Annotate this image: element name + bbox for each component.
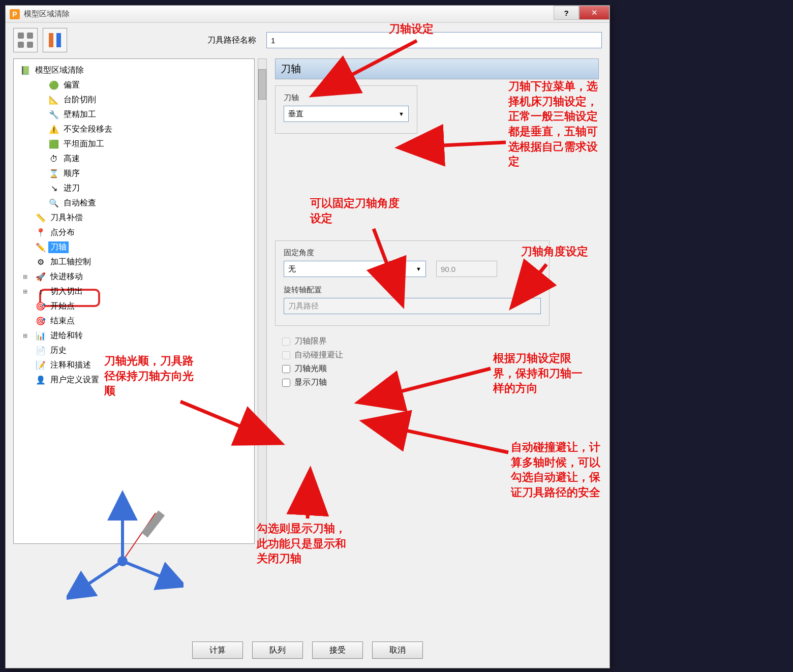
tree-item-label: 进刀: [62, 182, 82, 194]
tree-item[interactable]: 🚀快进移动: [33, 269, 252, 284]
help-button[interactable]: ?: [554, 6, 579, 20]
tree-item-label: 刀具补偿: [48, 212, 85, 224]
tree-item-label: 偏置: [62, 79, 82, 91]
tree-item[interactable]: ⚠️不安全段移去: [33, 122, 252, 137]
tree-item-icon: 📄: [35, 346, 46, 355]
rot-config-select: 刀具路径: [284, 298, 541, 314]
tree-item-icon: ✏️: [35, 242, 46, 252]
tree-item[interactable]: 🟩平坦面加工: [33, 137, 252, 151]
tree-item[interactable]: 📏刀具补偿: [33, 210, 252, 225]
tree-item-icon: 📝: [35, 360, 46, 370]
chk-collision-box: [282, 351, 290, 359]
svg-rect-10: [141, 510, 165, 537]
window-title: 模型区域清除: [24, 9, 70, 19]
tree-item-icon: 📊: [35, 331, 46, 341]
angle-value-input: [436, 261, 497, 277]
cancel-button[interactable]: 取消: [372, 642, 423, 659]
toolpath-name-input[interactable]: [266, 32, 602, 48]
chk-smooth-box[interactable]: [282, 365, 290, 373]
tree-scrollbar[interactable]: [258, 58, 267, 544]
tree-item-icon: 📐: [48, 95, 59, 105]
svg-point-11: [117, 556, 128, 566]
chk-show-axis-label: 显示刀轴: [294, 377, 327, 388]
rot-config-value: 刀具路径: [288, 301, 319, 311]
tree-item[interactable]: ⌛顺序: [33, 166, 252, 181]
tree-item[interactable]: 👤用户定义设置: [33, 373, 252, 387]
tree-item[interactable]: 🔧壁精加工: [33, 107, 252, 122]
tree-item[interactable]: 🎯开始点: [33, 299, 252, 314]
tree-item-icon: 🔧: [48, 110, 59, 119]
tree-item[interactable]: 🔍自动检查: [33, 196, 252, 210]
chevron-down-icon: ▼: [416, 266, 421, 272]
tree-item-icon: ⌛: [48, 169, 59, 178]
axis-label: 刀轴: [284, 93, 409, 103]
tree-root[interactable]: 📗 模型区域清除: [18, 63, 252, 78]
dialog-window: P 模型区域清除 ? ✕ 刀具路径名称 📗: [5, 5, 610, 668]
tree-item[interactable]: ⏱高速: [33, 151, 252, 166]
tree-item-label: 历史: [48, 345, 69, 356]
tree-item-label: 加工轴控制: [48, 256, 93, 268]
toolbar-icon-strategy[interactable]: [13, 28, 38, 52]
titlebar[interactable]: P 模型区域清除 ? ✕: [6, 6, 609, 23]
svg-line-7: [123, 561, 173, 582]
tree-item[interactable]: 📐台阶切削: [33, 93, 252, 107]
chk-show-axis[interactable]: 显示刀轴: [282, 377, 599, 388]
chk-show-axis-box[interactable]: [282, 379, 290, 387]
tree-root-label: 模型区域清除: [33, 65, 86, 76]
tree-item-icon: 📏: [35, 213, 46, 223]
tree-item-icon: 🎯: [35, 301, 46, 311]
chk-axis-limit[interactable]: 刀轴限界: [282, 336, 599, 347]
folder-icon: 📗: [20, 66, 31, 75]
tree-item[interactable]: 📊进给和转: [33, 328, 252, 343]
svg-rect-4: [49, 33, 53, 47]
tree-item-label: 高速: [62, 153, 82, 165]
tree-item-icon: 🎯: [35, 316, 46, 326]
tree-item[interactable]: 📝注释和描述: [33, 358, 252, 373]
close-button[interactable]: ✕: [579, 6, 609, 20]
chk-collision-label: 自动碰撞避让: [294, 350, 343, 360]
section-header: 刀轴: [275, 58, 599, 79]
tree-item-label: 台阶切削: [62, 94, 98, 106]
chk-smooth[interactable]: 刀轴光顺: [282, 363, 599, 374]
chk-axis-limit-label: 刀轴限界: [294, 336, 327, 347]
tree-item-label: 开始点: [48, 300, 77, 312]
svg-line-9: [123, 513, 156, 561]
tree-item-label: 自动检查: [62, 197, 98, 209]
tree-item-label: 用户定义设置: [48, 374, 101, 386]
tree-item-icon: 🟢: [48, 80, 59, 90]
tree-item[interactable]: 📄历史: [33, 343, 252, 358]
tree-item[interactable]: ↕切入切出: [33, 284, 252, 299]
tree-item-label: 刀轴: [48, 241, 69, 253]
toolbar-icon-toolpath[interactable]: [43, 28, 67, 52]
content-panel: 刀轴 刀轴 垂直 ▼ 固定角度 无 ▼: [272, 58, 602, 544]
svg-rect-5: [56, 33, 61, 47]
chevron-down-icon: ▼: [399, 111, 404, 117]
queue-button[interactable]: 队列: [252, 642, 303, 659]
axis-select-value: 垂直: [288, 109, 303, 119]
fixed-angle-select[interactable]: 无 ▼: [284, 261, 426, 277]
svg-rect-1: [27, 33, 33, 39]
svg-line-8: [77, 561, 123, 592]
tree-item-label: 注释和描述: [48, 359, 93, 371]
app-icon: P: [10, 9, 20, 19]
tree-item[interactable]: 📍点分布: [33, 225, 252, 240]
chk-smooth-label: 刀轴光顺: [294, 363, 327, 374]
dialog-body: 刀具路径名称 📗 模型区域清除 🟢偏置📐台阶切削🔧壁精加工⚠️不安全段移去🟩平坦…: [6, 23, 609, 668]
tree-item[interactable]: ✏️刀轴: [33, 240, 252, 255]
rot-config-label: 旋转轴配置: [284, 285, 541, 295]
tree-item-icon: ⚙: [35, 257, 46, 267]
angle-config-group: 固定角度 无 ▼ 旋转轴配置 刀具路径: [275, 240, 550, 326]
tree-item[interactable]: ⚙加工轴控制: [33, 255, 252, 269]
chk-axis-limit-box: [282, 338, 290, 346]
tree-item[interactable]: 🎯结束点: [33, 314, 252, 328]
tree-panel[interactable]: 📗 模型区域清除 🟢偏置📐台阶切削🔧壁精加工⚠️不安全段移去🟩平坦面加工⏱高速⌛…: [13, 58, 255, 544]
calc-button[interactable]: 计算: [192, 642, 243, 659]
svg-rect-3: [27, 42, 33, 48]
tree-item[interactable]: 🟢偏置: [33, 78, 252, 93]
chk-collision[interactable]: 自动碰撞避让: [282, 350, 599, 360]
axis-select[interactable]: 垂直 ▼: [284, 106, 409, 122]
axis-gizmo-icon: [67, 490, 184, 607]
tree-item[interactable]: ↘进刀: [33, 181, 252, 196]
accept-button[interactable]: 接受: [312, 642, 363, 659]
tree-item-icon: ⚠️: [48, 125, 59, 134]
